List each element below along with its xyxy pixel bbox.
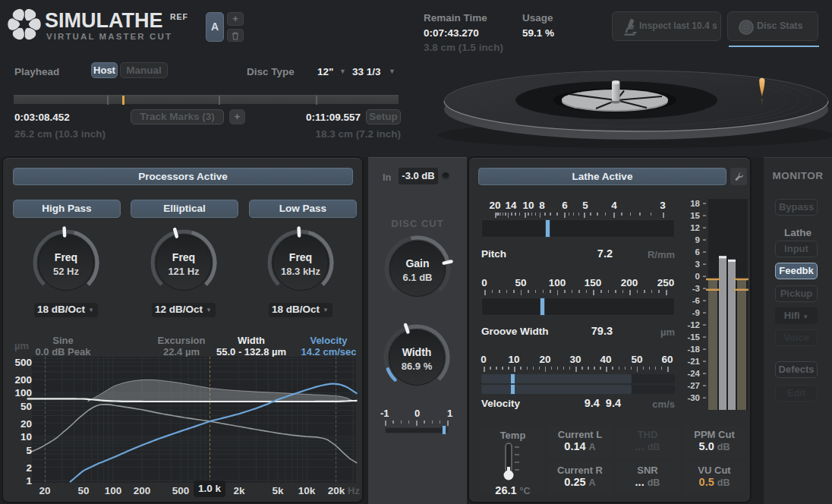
svg-text:-18: -18 bbox=[687, 345, 700, 354]
svg-text:-27: -27 bbox=[687, 381, 700, 390]
svg-text:-15: -15 bbox=[687, 332, 700, 342]
svg-text:86.9 %: 86.9 % bbox=[402, 361, 433, 372]
svg-text:18: 18 bbox=[690, 199, 700, 208]
svg-text:-30: -30 bbox=[687, 393, 700, 402]
svg-text:6: 6 bbox=[695, 247, 700, 257]
svg-text:Width: Width bbox=[402, 346, 432, 358]
svg-text:9: 9 bbox=[695, 235, 700, 244]
svg-text:15: 15 bbox=[690, 211, 700, 220]
svg-text:0: 0 bbox=[695, 272, 700, 281]
svg-text:-24: -24 bbox=[687, 369, 700, 378]
svg-text:6.1 dB: 6.1 dB bbox=[402, 272, 432, 283]
svg-text:-3: -3 bbox=[692, 284, 700, 293]
svg-text:-12: -12 bbox=[687, 320, 700, 329]
svg-text:Gain: Gain bbox=[405, 257, 429, 269]
svg-text:-9: -9 bbox=[692, 308, 700, 317]
svg-text:-21: -21 bbox=[687, 357, 700, 366]
svg-text:3: 3 bbox=[695, 260, 700, 269]
svg-text:-6: -6 bbox=[692, 296, 700, 305]
svg-text:12: 12 bbox=[690, 223, 700, 232]
